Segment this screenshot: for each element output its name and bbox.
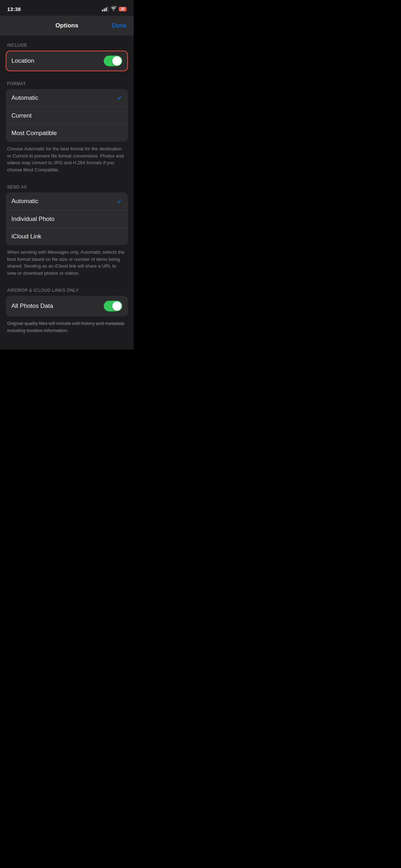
status-icons: 20 [102, 6, 127, 12]
format-current-row[interactable]: Current [6, 107, 128, 125]
send-as-individual-photo-label: Individual Photo [11, 216, 55, 223]
format-most-compatible-row[interactable]: Most Compatible [6, 125, 128, 142]
all-photos-data-toggle[interactable] [104, 301, 122, 311]
airdrop-footer-text: Original quality files will include edit… [0, 316, 134, 335]
location-toggle[interactable] [104, 56, 122, 66]
done-button[interactable]: Done [112, 22, 127, 29]
all-photos-toggle-knob [112, 301, 122, 311]
send-as-icloud-link-label: iCloud Link [11, 233, 41, 240]
format-section-label: FORMAT [0, 74, 134, 89]
send-as-section-label: SEND AS [0, 177, 134, 192]
status-bar: 13:38 20 [0, 0, 134, 16]
all-photos-data-row[interactable]: All Photos Data [6, 296, 128, 316]
format-automatic-checkmark: ✓ [117, 94, 122, 102]
format-most-compatible-label: Most Compatible [11, 130, 57, 137]
page-title: Options [55, 22, 78, 29]
include-group: Location [6, 51, 128, 71]
all-photos-data-label: All Photos Data [11, 303, 53, 310]
send-as-automatic-checkmark: ✓ [117, 197, 122, 205]
send-as-automatic-label: Automatic [11, 198, 38, 205]
nav-bar: Options Done [0, 16, 134, 36]
send-as-individual-photo-row[interactable]: Individual Photo [6, 211, 128, 228]
send-as-automatic-row[interactable]: Automatic ✓ [6, 192, 128, 211]
send-as-description: When sending with Messages only, Automat… [0, 245, 134, 278]
format-automatic-label: Automatic [11, 94, 38, 102]
airdrop-section-label: AIRDROP & ICLOUD LINKS ONLY [0, 281, 134, 296]
content-area: INCLUDE Location FORMAT Automatic ✓ Curr… [0, 36, 134, 350]
location-label: Location [11, 57, 34, 64]
format-current-label: Current [11, 112, 32, 119]
format-group: Automatic ✓ Current Most Compatible [6, 89, 128, 142]
location-row[interactable]: Location [6, 51, 128, 71]
wifi-icon [110, 6, 117, 12]
send-as-icloud-link-row[interactable]: iCloud Link [6, 228, 128, 245]
send-as-group: Automatic ✓ Individual Photo iCloud Link [6, 192, 128, 245]
format-automatic-row[interactable]: Automatic ✓ [6, 89, 128, 107]
include-section-label: INCLUDE [0, 36, 134, 51]
signal-bars-icon [102, 6, 108, 11]
status-time: 13:38 [7, 6, 21, 12]
battery-icon: 20 [119, 7, 127, 11]
toggle-knob [112, 56, 122, 66]
format-description: Choose Automatic for the best format for… [0, 142, 134, 175]
airdrop-group: All Photos Data [6, 296, 128, 316]
